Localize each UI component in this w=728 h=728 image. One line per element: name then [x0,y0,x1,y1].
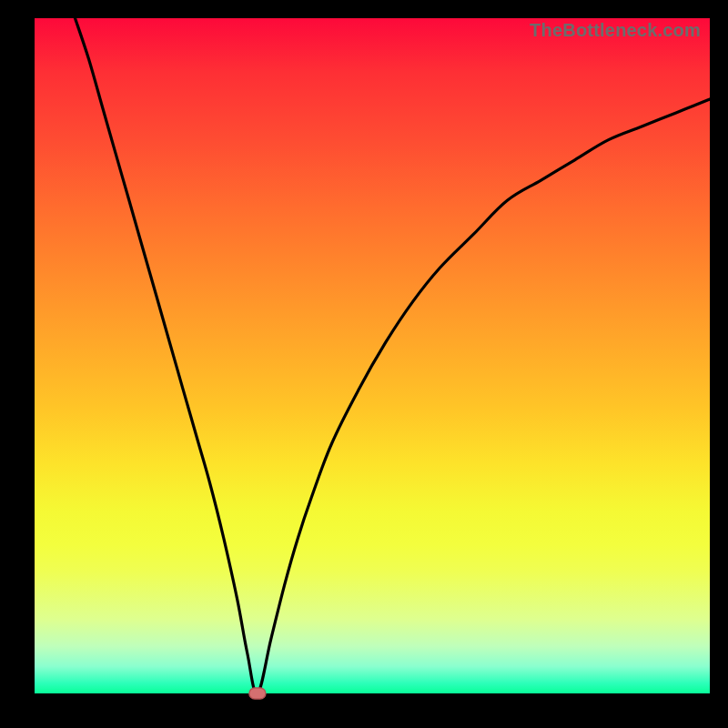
chart-container: TheBottleneck.com [0,0,728,728]
curve-layer [35,18,710,693]
minimum-marker [249,688,266,699]
plot-area: TheBottleneck.com [35,18,710,693]
bottleneck-curve [76,18,711,693]
